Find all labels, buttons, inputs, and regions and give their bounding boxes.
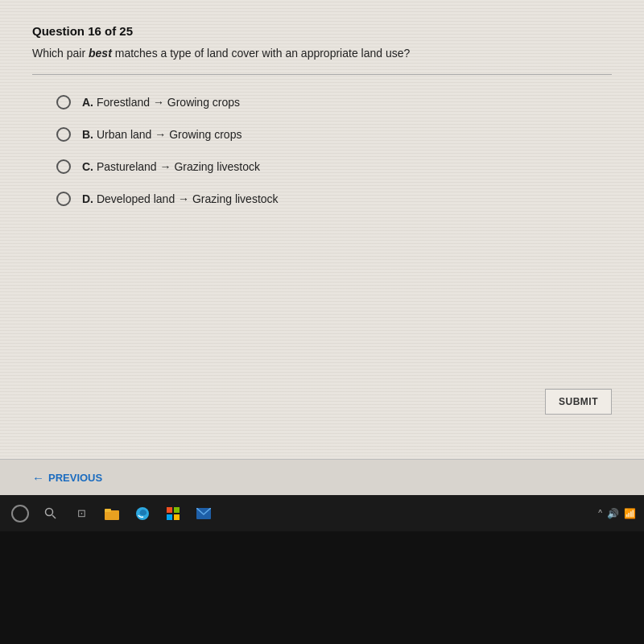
option-d[interactable]: D. Developed land → Grazing livestock: [56, 192, 612, 206]
svg-rect-7: [167, 514, 172, 520]
radio-a[interactable]: [56, 95, 71, 109]
file-explorer-button[interactable]: [100, 502, 124, 526]
submit-button[interactable]: SUBMIT: [545, 389, 612, 415]
radio-c[interactable]: [56, 159, 71, 174]
option-b[interactable]: B. Urban land → Growing crops: [56, 127, 612, 142]
svg-line-1: [52, 515, 56, 518]
taskbar-network-icon: 📶: [624, 508, 636, 519]
previous-arrow-icon: ←: [32, 471, 44, 485]
taskbar: ⊡: [0, 495, 644, 531]
store-button[interactable]: [161, 502, 185, 526]
option-a[interactable]: A. Forestland → Growing crops: [56, 95, 612, 109]
previous-link[interactable]: ← PREVIOUS: [32, 471, 102, 485]
black-background: [0, 531, 644, 644]
search-button[interactable]: [39, 502, 63, 526]
start-button[interactable]: [8, 502, 32, 526]
svg-point-0: [46, 508, 53, 515]
folder-icon: [105, 507, 119, 520]
radio-d[interactable]: [56, 192, 71, 206]
mail-button[interactable]: [192, 502, 216, 526]
taskbar-speaker-icon: 🔊: [607, 508, 619, 519]
radio-b[interactable]: [56, 127, 71, 142]
bottom-nav: ← PREVIOUS: [0, 459, 644, 495]
windows-circle-icon: [11, 505, 29, 522]
svg-rect-8: [174, 514, 180, 520]
option-b-text: B. Urban land → Growing crops: [82, 128, 242, 141]
edge-icon: [135, 506, 150, 521]
quiz-area: Question 16 of 25 Which pair best matche…: [0, 0, 644, 459]
previous-label: PREVIOUS: [48, 472, 102, 484]
search-icon: [44, 507, 57, 520]
edge-button[interactable]: [130, 502, 155, 526]
question-header: Question 16 of 25: [32, 24, 612, 38]
svg-rect-6: [174, 507, 180, 513]
task-view-button[interactable]: ⊡: [69, 502, 93, 526]
divider: [32, 74, 612, 75]
svg-rect-3: [105, 509, 111, 512]
options-list: A. Forestland → Growing crops B. Urban l…: [56, 95, 612, 206]
taskbar-right: ^ 🔊 📶: [598, 508, 636, 519]
taskbar-chevron-icon: ^: [598, 509, 602, 518]
store-icon: [166, 506, 180, 521]
option-c[interactable]: C. Pastureland → Grazing livestock: [56, 159, 612, 174]
option-d-text: D. Developed land → Grazing livestock: [82, 192, 279, 205]
option-c-text: C. Pastureland → Grazing livestock: [82, 160, 260, 173]
question-text: Which pair best matches a type of land c…: [32, 46, 612, 62]
mail-icon: [196, 508, 211, 519]
option-a-text: A. Forestland → Growing crops: [82, 96, 240, 109]
svg-rect-5: [167, 507, 172, 513]
